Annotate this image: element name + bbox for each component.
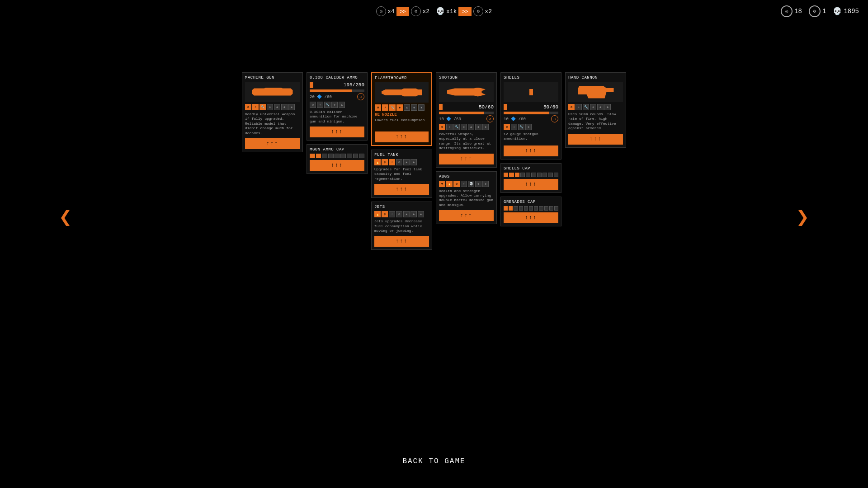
hud-arrow-btn-2[interactable]: >>: [459, 7, 472, 16]
shotgun-ammo-bar: [439, 112, 494, 114]
flm-icon-2: ⚡: [382, 104, 388, 111]
ammo-308-fill: [310, 89, 352, 92]
sg-icon-5: ▲: [468, 124, 474, 130]
card-augs-title: AUGS: [439, 174, 494, 179]
sh-icon-1: ⚙: [504, 124, 510, 130]
cards-grid: MACHINE GUN ⚙ ⚡ 🔧 ◈ ▲ ◆ ● Deadly univers…: [242, 72, 626, 250]
scbar-8: [542, 173, 547, 177]
column-308: 0.308 CALIBER AMMO 195/250 20 🔷 /60 ↺ ⚙: [307, 72, 368, 174]
aug-icon-6: ◆: [475, 181, 481, 187]
bar-2: [316, 154, 321, 158]
sh-icon-4: ◈: [525, 124, 532, 130]
shotgun-ammo-row: 10 🔷 /60 ↺: [439, 115, 494, 122]
card-machine-gun-upgrade-btn[interactable]: ↑↑↑: [245, 138, 300, 149]
column-shotgun: SHOTGUN 50/60 10 🔷 /60 ↺: [436, 72, 497, 224]
card-308-upgrade-btn[interactable]: ↑↑↑: [310, 127, 364, 137]
scbar-4: [520, 173, 525, 177]
sh-icon-3: 🔧: [518, 124, 524, 130]
bar-3: [322, 154, 327, 158]
shotgun-ammo-count: 50/60: [479, 104, 494, 110]
hc-icon-6: ◆: [604, 104, 611, 110]
back-to-game-button[interactable]: BACK TO GAME: [402, 457, 465, 465]
card-shells-icons: ⚙ ✦ 🔧 ◈: [504, 124, 558, 130]
scbar-1: [504, 173, 508, 177]
resource-4-icon: ⚙: [473, 6, 483, 16]
card-grenades-cap-title: GRENADES CAP: [504, 200, 558, 204]
nav-arrow-left[interactable]: ❮: [59, 204, 72, 230]
hud-resource-4: ⚙ x2: [473, 6, 492, 16]
card-shotgun-upgrade-btn[interactable]: ↑↑↑: [439, 154, 494, 164]
card-shells-cap-upgrade-btn[interactable]: ↑↑↑: [504, 179, 558, 190]
card-shells-upgrade-btn[interactable]: ↑↑↑: [504, 145, 558, 156]
gcbar-5: [524, 206, 528, 211]
fuel-icon-4: ⚙: [396, 159, 402, 165]
card-hand-cannon-title: HAND CANNON: [568, 75, 623, 80]
column-shells: SHELLS 50/60 10 🔷 /60 ↺: [500, 72, 561, 226]
card-fuel-icons: 🔥 ◎ ⚡ ⚙ ● ◆: [374, 159, 429, 165]
flm-icon-5: ▲: [404, 104, 410, 111]
icon-308-2: ✦: [317, 102, 323, 108]
card-fuel-tank: FUEL TANK 🔥 ◎ ⚡ ⚙ ● ◆ Upgrades for fuel …: [371, 150, 432, 198]
card-jets-upgrade-btn[interactable]: ↑↑↑: [374, 236, 429, 247]
shells-ammo-row: 10 🔷 /60 ↺: [504, 115, 558, 122]
card-shotgun-icons: ⚙ ✦ 🔧 ◈ ▲ ◆ ●: [439, 124, 494, 130]
bar-4: [328, 154, 334, 158]
ammo-308-row: 20 🔷 /60 ↺: [310, 93, 364, 100]
fuel-icon-5: ●: [403, 159, 410, 165]
bar-7: [347, 154, 352, 158]
card-flamethrower-icons: ⚙ ⚡ 🔧 ◈ ▲ ◆ ●: [375, 104, 429, 111]
jet-icon-4: ⚙: [396, 211, 402, 217]
weapon-hand-cannon-icon: [578, 86, 614, 99]
nav-arrow-right[interactable]: ❯: [796, 204, 809, 230]
jet-icon-3: ⚡: [389, 211, 395, 217]
resource-1-value: x4: [387, 8, 395, 15]
card-machine-gun-title: MACHINE GUN: [245, 75, 300, 80]
bar-8: [353, 154, 359, 158]
gcbar-8: [539, 206, 543, 211]
hud-right-resources: ◎ 18 ⚙ 1 💀 1895: [781, 5, 859, 17]
card-hand-cannon-upgrade-btn[interactable]: ↑↑↑: [568, 134, 623, 145]
shells-fill: [504, 112, 549, 114]
gcbar-3: [514, 206, 518, 211]
card-shotgun-desc: Powerful weapon, especially at a close r…: [439, 132, 494, 151]
card-augs-icons: ❤ 🔥 ⚙ ⚡ 💀 ◆ ●: [439, 181, 494, 187]
reload-icon: ↺: [357, 93, 364, 100]
flm-icon-4: ◈: [396, 104, 403, 111]
skull-icon-1: 💀: [436, 7, 445, 16]
gcbar-4: [519, 206, 523, 211]
card-augs-desc: Health and strength upgrades. Allow carr…: [439, 189, 494, 208]
ammo-indicator: [310, 82, 313, 88]
shells-reload-icon: ↺: [551, 115, 558, 122]
gcbar-1: [504, 206, 508, 211]
gcbar-9: [544, 206, 548, 211]
shotgun-ammo-indicator: [439, 104, 443, 110]
right-value-1: 18: [794, 8, 802, 15]
weapon-flamethrower-icon: [382, 88, 422, 98]
icon-308-1: ⚙: [310, 102, 316, 108]
right-value-3: 1895: [844, 8, 859, 15]
card-mgun-cap-title: MGUN AMMO CAP: [310, 147, 364, 152]
gcbar-10: [549, 206, 553, 211]
card-308-ammo: 0.308 CALIBER AMMO 195/250 20 🔷 /60 ↺ ⚙: [307, 72, 368, 141]
hc-icon-3: 🔧: [583, 104, 589, 110]
weapon-machine-gun-icon: [252, 88, 293, 97]
card-machine-gun: MACHINE GUN ⚙ ⚡ 🔧 ◈ ▲ ◆ ● Deadly univers…: [242, 72, 303, 152]
icon-308-5: ▲: [339, 102, 345, 108]
card-grenades-cap-upgrade-btn[interactable]: ↑↑↑: [504, 212, 558, 223]
icon-3: 🔧: [259, 104, 266, 110]
icon-5: ▲: [274, 104, 280, 110]
card-augs-upgrade-btn[interactable]: ↑↑↑: [439, 210, 494, 221]
skull-icon-right: 💀: [833, 7, 842, 16]
hud-arrow-btn-1[interactable]: >>: [396, 7, 410, 16]
hud-resource-3: 💀 x1k: [436, 7, 457, 16]
card-shotgun-image: [439, 82, 494, 102]
jet-icon-6: ◆: [410, 211, 417, 217]
card-shotgun-title: SHOTGUN: [439, 75, 494, 80]
hc-icon-2: ✦: [576, 104, 582, 110]
sg-icon-2: ✦: [446, 124, 453, 130]
card-fuel-tank-upgrade-btn[interactable]: ↑↑↑: [374, 184, 429, 195]
scbar-5: [526, 173, 530, 177]
card-flamethrower-upgrade-btn[interactable]: ↑↑↑: [375, 131, 429, 142]
card-mgun-cap-upgrade-btn[interactable]: ↑↑↑: [310, 160, 364, 171]
card-hand-cannon-desc: Uses 50mm rounds. Slow rate of fire, hig…: [568, 112, 623, 131]
